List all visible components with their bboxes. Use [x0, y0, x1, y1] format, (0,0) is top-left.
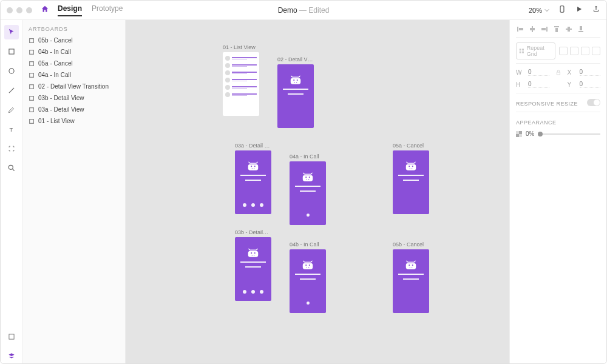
home-icon[interactable] [41, 5, 49, 15]
align-left-icon[interactable] [516, 25, 524, 33]
artboard-label[interactable]: 03b - Detail… [235, 229, 271, 235]
artboard[interactable]: 04b - In Call [290, 241, 326, 313]
artboard-label[interactable]: 04b - In Call [290, 241, 326, 248]
svg-point-23 [251, 167, 256, 170]
line-tool[interactable] [4, 83, 19, 98]
artboard-list-label: 01 - List View [38, 118, 75, 124]
tab-design[interactable]: Design [58, 4, 82, 16]
align-bottom-icon[interactable] [577, 25, 585, 33]
grid-icon [519, 48, 524, 54]
lock-icon[interactable] [555, 69, 561, 75]
artboard-surface[interactable] [223, 52, 259, 116]
responsive-toggle[interactable] [587, 99, 600, 106]
align-center-h-icon[interactable] [528, 25, 537, 33]
artboard-tool[interactable] [4, 141, 19, 156]
artboard[interactable]: 05a - Cancel [393, 143, 429, 214]
share-icon[interactable] [592, 5, 600, 15]
svg-point-5 [8, 165, 13, 169]
svg-rect-62 [580, 26, 582, 30]
y-label: Y [568, 81, 574, 88]
svg-point-42 [309, 265, 310, 266]
align-top-icon[interactable] [552, 25, 561, 33]
artboard-label[interactable]: 04a - In Call [290, 153, 326, 160]
artboard-label[interactable]: 02 - Detail V… [277, 56, 314, 62]
artboard-label[interactable]: 01 - List View [223, 44, 259, 50]
bool-subtract-icon[interactable] [570, 47, 578, 55]
pen-tool[interactable] [4, 103, 19, 117]
artboard-label[interactable]: 05a - Cancel [393, 143, 429, 149]
ellipse-tool[interactable] [4, 64, 19, 78]
layers-icon[interactable] [4, 349, 19, 363]
artboard-surface[interactable] [235, 150, 271, 214]
artboard[interactable]: 03a - Detail … [235, 143, 271, 214]
svg-rect-65 [520, 52, 521, 53]
tab-prototype[interactable]: Prototype [92, 4, 123, 16]
artboard[interactable]: 02 - Detail V… [277, 56, 314, 128]
svg-rect-57 [554, 26, 559, 27]
width-label: W [516, 69, 522, 76]
height-input[interactable]: 0 [528, 81, 549, 88]
artboard-label[interactable]: 03a - Detail … [235, 143, 271, 149]
align-right-icon[interactable] [540, 25, 549, 33]
edited-badge: — Edited [299, 6, 329, 15]
artboard-list-item[interactable]: 02 - Detail View Transition [22, 81, 125, 92]
artboard-list-item[interactable]: 04b - In Call [22, 46, 125, 58]
svg-point-44 [307, 267, 307, 268]
svg-point-30 [308, 179, 309, 180]
artboard-surface[interactable] [290, 249, 326, 313]
svg-rect-8 [30, 38, 34, 42]
artboard-surface[interactable] [290, 161, 326, 225]
cow-icon [246, 247, 260, 258]
bool-add-icon[interactable] [559, 47, 568, 55]
opacity-slider[interactable] [538, 133, 600, 135]
select-tool[interactable] [4, 25, 19, 39]
minimize-dot[interactable] [16, 7, 22, 13]
artboard[interactable]: 03b - Detail… [235, 229, 271, 301]
svg-rect-67 [557, 72, 560, 75]
repeat-grid-button[interactable]: Repeat Grid [516, 42, 555, 59]
svg-point-50 [412, 267, 412, 268]
artboard-list-item[interactable]: 03a - Detail View [22, 104, 125, 115]
svg-point-21 [251, 166, 252, 167]
artboard-list-label: 03a - Detail View [38, 106, 84, 113]
artboard-surface[interactable] [235, 237, 271, 301]
artboard-list-item[interactable]: 05a - Cancel [22, 58, 125, 69]
artboard-surface[interactable] [393, 150, 429, 214]
close-dot[interactable] [7, 7, 13, 13]
zoom-dot[interactable] [26, 7, 32, 13]
rectangle-tool[interactable] [4, 44, 19, 59]
align-tools [516, 25, 600, 38]
align-middle-icon[interactable] [565, 25, 573, 33]
opacity-icon [516, 131, 522, 137]
canvas[interactable]: 01 - List View02 - Detail V…03a - Detail… [126, 20, 509, 363]
bool-intersect-icon[interactable] [581, 47, 589, 55]
bool-exclude-icon[interactable] [592, 47, 600, 55]
svg-rect-70 [516, 134, 519, 137]
width-input[interactable]: 0 [528, 69, 549, 76]
artboard-list-item[interactable]: 05b - Cancel [22, 35, 125, 46]
x-input[interactable]: 0 [580, 69, 601, 76]
artboard-surface[interactable] [277, 64, 314, 128]
artboard[interactable]: 05b - Cancel [393, 241, 429, 313]
zoom-tool[interactable] [4, 161, 19, 175]
artboard-list-item[interactable]: 03b - Detail View [22, 92, 125, 104]
y-input[interactable]: 0 [580, 81, 601, 88]
artboard[interactable]: 04a - In Call [290, 153, 326, 225]
artboard-label[interactable]: 05b - Cancel [393, 241, 429, 248]
assets-icon[interactable] [4, 329, 19, 344]
cow-icon [301, 171, 314, 182]
play-icon[interactable] [575, 5, 583, 15]
svg-point-16 [293, 79, 294, 81]
titlebar: Design Prototype Demo — Edited 20% [1, 1, 606, 20]
svg-line-6 [12, 169, 14, 171]
artboard-surface[interactable] [393, 249, 429, 313]
zoom-dropdown[interactable]: 20% [529, 7, 549, 14]
end-call-icon [307, 214, 310, 217]
window-controls[interactable] [7, 7, 32, 13]
artboard-list-item[interactable]: 01 - List View [22, 115, 125, 127]
artboard[interactable]: 01 - List View [223, 44, 259, 116]
device-preview-icon[interactable] [558, 5, 566, 15]
text-tool[interactable]: T [4, 122, 19, 136]
svg-point-17 [297, 79, 298, 81]
artboard-list-item[interactable]: 04a - In Call [22, 69, 125, 81]
